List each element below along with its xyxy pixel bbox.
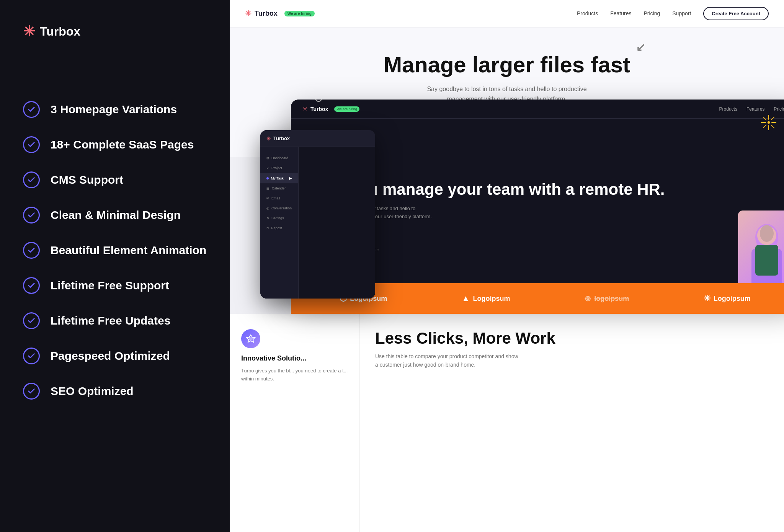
- sidebar-item-email: ✉ Email: [260, 193, 298, 203]
- svg-line-10: [771, 125, 774, 128]
- svg-rect-3: [755, 245, 778, 276]
- left-panel: ✳ Turbox 3 Homepage Variations 18+ Compl…: [0, 0, 230, 532]
- svg-line-11: [771, 117, 774, 120]
- sidebar-item-conversation: ◎ Conversation: [260, 203, 298, 213]
- mockup-front-body: ⊞ Dashboard ✓ Project My Task ▶ ▦ Calend…: [260, 147, 375, 299]
- person-svg: [744, 214, 784, 283]
- right-panel: ✳ Turbox We are hiring Products Features…: [230, 0, 784, 532]
- mockup-back-nav-pricing: Pricing: [774, 106, 784, 112]
- mockup-back-brand: ✳ Turbox We are hiring: [302, 105, 359, 113]
- sidebar-item-dashboard: ⊞ Dashboard: [260, 153, 298, 163]
- squiggle-deco: ↙: [636, 41, 645, 54]
- logo-bar-item-4: ✳ Logoipsum: [704, 294, 751, 304]
- check-icon-seo: [23, 383, 40, 400]
- nav-brand: ✳ Turbox We are hiring: [245, 9, 315, 18]
- feature-label-homepage-variations: 3 Homepage Variations: [51, 103, 177, 116]
- feature-label-animations: Beautiful Element Animation: [51, 244, 206, 257]
- logo-bar-item-3: ⊚ logoipsum: [585, 294, 629, 303]
- mockup-front-header: ✳ Turbox: [260, 130, 375, 147]
- innovative-icon: [241, 329, 260, 348]
- mockup-front-asterisk-icon: ✳: [266, 135, 271, 142]
- nav-link-features[interactable]: Features: [610, 10, 631, 16]
- sidebar-item-calender: ▦ Calender: [260, 183, 298, 193]
- feature-label-saas-pages: 18+ Complete SaaS Pages: [51, 138, 194, 151]
- svg-point-4: [760, 225, 774, 242]
- feature-item-saas-pages: 18+ Complete SaaS Pages: [23, 136, 207, 153]
- innovative-title: Innovative Solutio...: [241, 354, 348, 362]
- mockup-back-nav-products: Products: [719, 106, 737, 112]
- mockup-back-navlinks: Products Features Pricing: [719, 106, 784, 112]
- feature-list: 3 Homepage Variations 18+ Complete SaaS …: [23, 101, 207, 400]
- feature-item-updates: Lifetime Free Updates: [23, 312, 207, 329]
- bottom-right: Less Clicks, More Work Use this table to…: [360, 314, 784, 532]
- yellow-star-deco: [761, 115, 776, 132]
- top-nav: ✳ Turbox We are hiring Products Features…: [230, 0, 784, 27]
- person-image: [738, 211, 784, 287]
- feature-item-pagespeed: Pagespeed Optimized: [23, 348, 207, 364]
- check-icon-cms-support: [23, 171, 40, 188]
- mockup-main-content: [299, 147, 375, 299]
- nav-link-pricing[interactable]: Pricing: [644, 10, 660, 16]
- nav-asterisk-icon: ✳: [245, 9, 252, 18]
- check-icon-updates: [23, 312, 40, 329]
- bottom-right-sub: Use this table to compare your product c…: [375, 352, 521, 369]
- mockup-person-area: ✦: [738, 119, 784, 299]
- bottom-right-title: Less Clicks, More Work: [375, 329, 769, 348]
- mockup-back-nav: ✳ Turbox We are hiring Products Features…: [291, 100, 784, 119]
- feature-label-clean-design: Clean & Minimal Design: [51, 209, 181, 222]
- feature-label-seo: SEO Optimized: [51, 385, 134, 398]
- feature-item-seo: SEO Optimized: [23, 383, 207, 400]
- brand-name: Turbox: [40, 24, 80, 39]
- brand-logo: ✳ Turbox: [23, 23, 207, 40]
- check-icon-saas-pages: [23, 136, 40, 153]
- bottom-left: Innovative Solutio... Turbo gives you th…: [230, 314, 360, 532]
- nav-links: Products Features Pricing Support Create…: [577, 7, 769, 20]
- mockup-back-badge: We are hiring: [334, 106, 359, 112]
- nav-cta-button[interactable]: Create Free Account: [703, 7, 769, 20]
- hero-title: Manage larger files fast ↙: [384, 52, 630, 77]
- feature-item-cms-support: CMS Support: [23, 171, 207, 188]
- svg-line-12: [763, 125, 766, 128]
- sidebar-item-repost: ⊓ Repost: [260, 223, 298, 233]
- sidebar-item-settings: ⚙ Settings: [260, 213, 298, 223]
- check-icon-animations: [23, 242, 40, 259]
- nav-brand-name: Turbox: [255, 10, 278, 18]
- svg-point-14: [249, 337, 253, 341]
- svg-line-9: [763, 117, 766, 120]
- mockup-back-name: Turbox: [310, 106, 328, 112]
- check-icon-pagespeed: [23, 348, 40, 364]
- svg-point-13: [768, 121, 770, 124]
- active-dot-icon: [266, 177, 269, 180]
- feature-item-homepage-variations: 3 Homepage Variations: [23, 101, 207, 118]
- feature-label-support: Lifetime Free Support: [51, 279, 169, 292]
- bottom-section: Innovative Solutio... Turbo gives you th…: [230, 314, 784, 532]
- mockup-back-asterisk-icon: ✳: [302, 105, 307, 113]
- nav-link-products[interactable]: Products: [577, 10, 598, 16]
- sidebar-item-project: ✓ Project: [260, 163, 298, 173]
- check-icon-support: [23, 277, 40, 294]
- check-icon-clean-design: [23, 207, 40, 224]
- mockup-sidebar: ⊞ Dashboard ✓ Project My Task ▶ ▦ Calend…: [260, 147, 299, 299]
- innovative-text: Turbo gives you the bl... you need to cr…: [241, 367, 348, 383]
- mockup-front-name: Turbox: [273, 135, 290, 141]
- swirl-deco-icon: ↺: [314, 100, 323, 105]
- feature-item-animations: Beautiful Element Animation: [23, 242, 207, 259]
- nav-link-support[interactable]: Support: [672, 10, 691, 16]
- feature-item-support: Lifetime Free Support: [23, 277, 207, 294]
- feature-label-cms-support: CMS Support: [51, 173, 123, 186]
- feature-label-pagespeed: Pagespeed Optimized: [51, 349, 170, 362]
- brand-asterisk-icon: ✳: [23, 23, 35, 40]
- check-icon-homepage-variations: [23, 101, 40, 118]
- mockup-front: ✳ Turbox ⊞ Dashboard ✓ Project My Task ▶: [260, 130, 375, 299]
- nav-hiring-badge: We are hiring: [284, 11, 315, 16]
- mockup-back-nav-features: Features: [746, 106, 764, 112]
- logo-bar-item-2: ▲ Logoipsum: [462, 294, 510, 304]
- deco-svg: [761, 115, 776, 130]
- feature-label-updates: Lifetime Free Updates: [51, 314, 170, 327]
- feature-item-clean-design: Clean & Minimal Design: [23, 207, 207, 224]
- sidebar-item-mytask: My Task ▶: [260, 173, 298, 183]
